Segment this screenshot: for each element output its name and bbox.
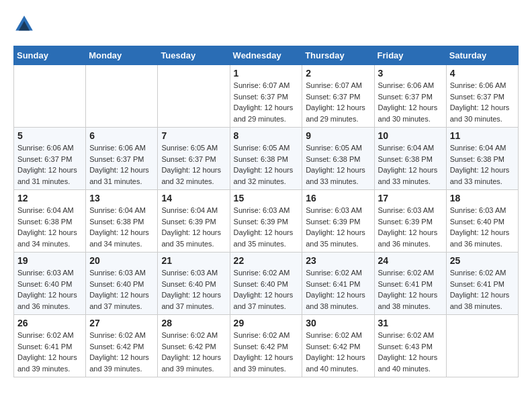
calendar-cell: 2Sunrise: 6:07 AMSunset: 6:37 PMDaylight… bbox=[302, 65, 374, 128]
day-info: Sunrise: 6:04 AMSunset: 6:38 PMDaylight:… bbox=[378, 142, 443, 187]
day-info: Sunrise: 6:02 AMSunset: 6:42 PMDaylight:… bbox=[161, 330, 226, 374]
calendar-cell: 9Sunrise: 6:05 AMSunset: 6:38 PMDaylight… bbox=[302, 128, 374, 190]
day-info: Sunrise: 6:03 AMSunset: 6:40 PMDaylight:… bbox=[450, 205, 515, 249]
calendar-cell bbox=[86, 65, 158, 128]
weekday-header: Sunday bbox=[14, 46, 86, 65]
day-number: 12 bbox=[17, 193, 82, 203]
calendar-cell: 7Sunrise: 6:05 AMSunset: 6:37 PMDaylight… bbox=[158, 128, 230, 190]
calendar-cell: 5Sunrise: 6:06 AMSunset: 6:37 PMDaylight… bbox=[14, 128, 86, 190]
day-number: 23 bbox=[306, 255, 370, 266]
day-number: 24 bbox=[378, 255, 443, 266]
calendar-cell: 8Sunrise: 6:05 AMSunset: 6:38 PMDaylight… bbox=[230, 128, 302, 190]
day-info: Sunrise: 6:04 AMSunset: 6:39 PMDaylight:… bbox=[161, 205, 226, 249]
day-info: Sunrise: 6:06 AMSunset: 6:37 PMDaylight:… bbox=[378, 80, 443, 124]
calendar-cell bbox=[446, 315, 518, 377]
day-number: 16 bbox=[306, 193, 370, 203]
calendar-cell: 16Sunrise: 6:03 AMSunset: 6:39 PMDayligh… bbox=[302, 190, 374, 253]
day-number: 7 bbox=[161, 130, 226, 141]
weekday-header: Friday bbox=[374, 46, 446, 65]
day-info: Sunrise: 6:06 AMSunset: 6:37 PMDaylight:… bbox=[17, 142, 82, 187]
day-number: 19 bbox=[17, 255, 82, 266]
day-number: 10 bbox=[378, 130, 443, 141]
day-number: 21 bbox=[161, 255, 226, 266]
weekday-header: Saturday bbox=[446, 46, 518, 65]
day-number: 25 bbox=[450, 255, 515, 266]
day-info: Sunrise: 6:02 AMSunset: 6:42 PMDaylight:… bbox=[89, 330, 154, 374]
day-info: Sunrise: 6:03 AMSunset: 6:39 PMDaylight:… bbox=[234, 205, 299, 249]
calendar-cell: 30Sunrise: 6:02 AMSunset: 6:42 PMDayligh… bbox=[302, 315, 374, 377]
calendar-cell: 19Sunrise: 6:03 AMSunset: 6:40 PMDayligh… bbox=[14, 253, 86, 315]
day-number: 9 bbox=[306, 130, 370, 141]
calendar-cell: 6Sunrise: 6:06 AMSunset: 6:37 PMDaylight… bbox=[86, 128, 158, 190]
calendar-cell: 24Sunrise: 6:02 AMSunset: 6:41 PMDayligh… bbox=[374, 253, 446, 315]
calendar-cell: 29Sunrise: 6:02 AMSunset: 6:42 PMDayligh… bbox=[230, 315, 302, 377]
day-info: Sunrise: 6:05 AMSunset: 6:38 PMDaylight:… bbox=[234, 142, 299, 187]
day-number: 13 bbox=[89, 193, 154, 203]
calendar-week-row: 26Sunrise: 6:02 AMSunset: 6:41 PMDayligh… bbox=[14, 315, 519, 377]
day-number: 26 bbox=[17, 318, 82, 328]
calendar-cell: 1Sunrise: 6:07 AMSunset: 6:37 PMDaylight… bbox=[230, 65, 302, 128]
day-info: Sunrise: 6:02 AMSunset: 6:41 PMDaylight:… bbox=[306, 267, 370, 312]
calendar-header-row: SundayMondayTuesdayWednesdayThursdayFrid… bbox=[14, 46, 519, 65]
day-info: Sunrise: 6:02 AMSunset: 6:42 PMDaylight:… bbox=[306, 330, 370, 374]
calendar-cell: 31Sunrise: 6:02 AMSunset: 6:43 PMDayligh… bbox=[374, 315, 446, 377]
day-info: Sunrise: 6:05 AMSunset: 6:37 PMDaylight:… bbox=[161, 142, 226, 187]
calendar-cell: 13Sunrise: 6:04 AMSunset: 6:38 PMDayligh… bbox=[86, 190, 158, 253]
day-number: 30 bbox=[306, 318, 370, 328]
day-number: 1 bbox=[234, 68, 299, 79]
calendar-cell: 10Sunrise: 6:04 AMSunset: 6:38 PMDayligh… bbox=[374, 128, 446, 190]
page-header bbox=[13, 13, 519, 35]
calendar-cell: 20Sunrise: 6:03 AMSunset: 6:40 PMDayligh… bbox=[86, 253, 158, 315]
day-number: 6 bbox=[89, 130, 154, 141]
calendar-cell: 23Sunrise: 6:02 AMSunset: 6:41 PMDayligh… bbox=[302, 253, 374, 315]
weekday-header: Tuesday bbox=[158, 46, 230, 65]
day-number: 14 bbox=[161, 193, 226, 203]
day-info: Sunrise: 6:02 AMSunset: 6:41 PMDaylight:… bbox=[450, 267, 515, 312]
calendar-cell bbox=[158, 65, 230, 128]
calendar-cell: 21Sunrise: 6:03 AMSunset: 6:40 PMDayligh… bbox=[158, 253, 230, 315]
calendar-cell bbox=[14, 65, 86, 128]
day-number: 22 bbox=[234, 255, 299, 266]
day-info: Sunrise: 6:02 AMSunset: 6:41 PMDaylight:… bbox=[378, 267, 443, 312]
day-number: 4 bbox=[450, 68, 515, 79]
day-number: 27 bbox=[89, 318, 154, 328]
day-number: 11 bbox=[450, 130, 515, 141]
weekday-header: Wednesday bbox=[230, 46, 302, 65]
calendar-cell: 22Sunrise: 6:02 AMSunset: 6:40 PMDayligh… bbox=[230, 253, 302, 315]
day-info: Sunrise: 6:03 AMSunset: 6:39 PMDaylight:… bbox=[378, 205, 443, 249]
logo bbox=[13, 13, 38, 35]
calendar-cell: 26Sunrise: 6:02 AMSunset: 6:41 PMDayligh… bbox=[14, 315, 86, 377]
calendar-cell: 15Sunrise: 6:03 AMSunset: 6:39 PMDayligh… bbox=[230, 190, 302, 253]
calendar-cell: 18Sunrise: 6:03 AMSunset: 6:40 PMDayligh… bbox=[446, 190, 518, 253]
calendar-week-row: 1Sunrise: 6:07 AMSunset: 6:37 PMDaylight… bbox=[14, 65, 519, 128]
day-info: Sunrise: 6:02 AMSunset: 6:41 PMDaylight:… bbox=[17, 330, 82, 374]
day-number: 29 bbox=[234, 318, 299, 328]
calendar-cell: 14Sunrise: 6:04 AMSunset: 6:39 PMDayligh… bbox=[158, 190, 230, 253]
calendar-week-row: 5Sunrise: 6:06 AMSunset: 6:37 PMDaylight… bbox=[14, 128, 519, 190]
calendar-cell: 17Sunrise: 6:03 AMSunset: 6:39 PMDayligh… bbox=[374, 190, 446, 253]
day-number: 17 bbox=[378, 193, 443, 203]
calendar-week-row: 19Sunrise: 6:03 AMSunset: 6:40 PMDayligh… bbox=[14, 253, 519, 315]
day-info: Sunrise: 6:07 AMSunset: 6:37 PMDaylight:… bbox=[234, 80, 299, 124]
calendar-cell: 4Sunrise: 6:06 AMSunset: 6:37 PMDaylight… bbox=[446, 65, 518, 128]
day-info: Sunrise: 6:05 AMSunset: 6:38 PMDaylight:… bbox=[306, 142, 370, 187]
calendar-cell: 3Sunrise: 6:06 AMSunset: 6:37 PMDaylight… bbox=[374, 65, 446, 128]
day-number: 28 bbox=[161, 318, 226, 328]
weekday-header: Thursday bbox=[302, 46, 374, 65]
calendar-cell: 25Sunrise: 6:02 AMSunset: 6:41 PMDayligh… bbox=[446, 253, 518, 315]
day-info: Sunrise: 6:03 AMSunset: 6:39 PMDaylight:… bbox=[306, 205, 370, 249]
day-number: 5 bbox=[17, 130, 82, 141]
calendar-week-row: 12Sunrise: 6:04 AMSunset: 6:38 PMDayligh… bbox=[14, 190, 519, 253]
logo-icon bbox=[13, 13, 35, 35]
day-number: 20 bbox=[89, 255, 154, 266]
calendar-cell: 27Sunrise: 6:02 AMSunset: 6:42 PMDayligh… bbox=[86, 315, 158, 377]
day-number: 18 bbox=[450, 193, 515, 203]
day-number: 2 bbox=[306, 68, 370, 79]
day-info: Sunrise: 6:07 AMSunset: 6:37 PMDaylight:… bbox=[306, 80, 370, 124]
day-number: 15 bbox=[234, 193, 299, 203]
day-info: Sunrise: 6:02 AMSunset: 6:42 PMDaylight:… bbox=[234, 330, 299, 374]
day-number: 31 bbox=[378, 318, 443, 328]
day-info: Sunrise: 6:04 AMSunset: 6:38 PMDaylight:… bbox=[17, 205, 82, 249]
day-info: Sunrise: 6:03 AMSunset: 6:40 PMDaylight:… bbox=[161, 267, 226, 312]
day-info: Sunrise: 6:06 AMSunset: 6:37 PMDaylight:… bbox=[450, 80, 515, 124]
